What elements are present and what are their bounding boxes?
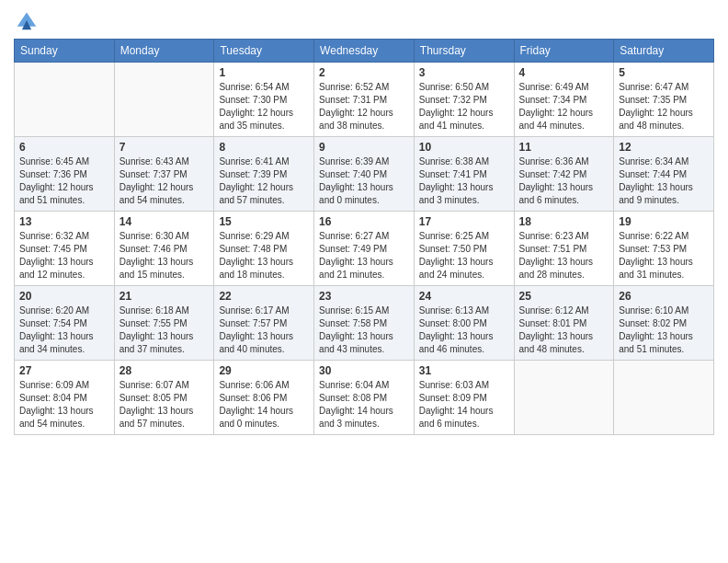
calendar-cell: 7Sunrise: 6:43 AM Sunset: 7:37 PM Daylig…: [114, 137, 214, 212]
day-number: 23: [319, 290, 409, 303]
calendar-cell: [614, 361, 714, 435]
calendar-cell: 14Sunrise: 6:30 AM Sunset: 7:46 PM Dayli…: [114, 212, 214, 286]
day-number: 29: [219, 364, 309, 377]
calendar-cell: [114, 63, 214, 137]
day-info: Sunrise: 6:17 AM Sunset: 7:57 PM Dayligh…: [219, 304, 309, 356]
day-info: Sunrise: 6:07 AM Sunset: 8:05 PM Dayligh…: [119, 379, 210, 431]
day-info: Sunrise: 6:43 AM Sunset: 7:37 PM Dayligh…: [119, 155, 210, 207]
day-number: 25: [519, 290, 609, 303]
day-info: Sunrise: 6:47 AM Sunset: 7:35 PM Dayligh…: [619, 81, 709, 132]
calendar-cell: 6Sunrise: 6:45 AM Sunset: 7:36 PM Daylig…: [15, 137, 115, 212]
day-info: Sunrise: 6:36 AM Sunset: 7:42 PM Dayligh…: [519, 155, 609, 207]
day-info: Sunrise: 6:23 AM Sunset: 7:51 PM Dayligh…: [519, 230, 609, 282]
day-info: Sunrise: 6:45 AM Sunset: 7:36 PM Dayligh…: [19, 155, 109, 207]
day-number: 24: [419, 290, 509, 303]
day-number: 14: [119, 215, 210, 228]
col-saturday: Saturday: [614, 40, 714, 63]
day-number: 20: [19, 290, 109, 303]
calendar-page: Sunday Monday Tuesday Wednesday Thursday…: [0, 0, 728, 563]
calendar-week-2: 6Sunrise: 6:45 AM Sunset: 7:36 PM Daylig…: [15, 137, 714, 212]
day-number: 13: [19, 215, 109, 228]
calendar-cell: 12Sunrise: 6:34 AM Sunset: 7:44 PM Dayli…: [614, 137, 714, 212]
calendar-cell: 10Sunrise: 6:38 AM Sunset: 7:41 PM Dayli…: [414, 137, 514, 212]
day-number: 28: [119, 364, 210, 377]
calendar-week-4: 20Sunrise: 6:20 AM Sunset: 7:54 PM Dayli…: [15, 286, 714, 361]
day-number: 30: [319, 364, 409, 377]
col-thursday: Thursday: [414, 40, 514, 63]
calendar-cell: 21Sunrise: 6:18 AM Sunset: 7:55 PM Dayli…: [114, 286, 214, 361]
logo-icon: [14, 9, 40, 31]
day-info: Sunrise: 6:30 AM Sunset: 7:46 PM Dayligh…: [119, 230, 210, 282]
day-info: Sunrise: 6:10 AM Sunset: 8:02 PM Dayligh…: [619, 304, 709, 356]
logo: [14, 9, 43, 31]
calendar-header: Sunday Monday Tuesday Wednesday Thursday…: [15, 40, 714, 63]
calendar-cell: 26Sunrise: 6:10 AM Sunset: 8:02 PM Dayli…: [614, 286, 714, 361]
day-info: Sunrise: 6:41 AM Sunset: 7:39 PM Dayligh…: [219, 155, 309, 207]
day-info: Sunrise: 6:09 AM Sunset: 8:04 PM Dayligh…: [19, 379, 109, 431]
calendar-cell: 8Sunrise: 6:41 AM Sunset: 7:39 PM Daylig…: [214, 137, 314, 212]
day-number: 9: [319, 141, 409, 154]
day-number: 3: [419, 66, 509, 79]
day-number: 21: [119, 290, 210, 303]
calendar-cell: 15Sunrise: 6:29 AM Sunset: 7:48 PM Dayli…: [214, 212, 314, 286]
col-wednesday: Wednesday: [314, 40, 415, 63]
day-number: 15: [219, 215, 309, 228]
day-number: 10: [419, 141, 509, 154]
day-info: Sunrise: 6:32 AM Sunset: 7:45 PM Dayligh…: [19, 230, 109, 282]
day-number: 12: [619, 141, 709, 154]
day-info: Sunrise: 6:13 AM Sunset: 8:00 PM Dayligh…: [419, 304, 509, 356]
calendar-week-1: 1Sunrise: 6:54 AM Sunset: 7:30 PM Daylig…: [15, 63, 714, 137]
day-info: Sunrise: 6:34 AM Sunset: 7:44 PM Dayligh…: [619, 155, 709, 207]
day-number: 5: [619, 66, 709, 79]
day-info: Sunrise: 6:29 AM Sunset: 7:48 PM Dayligh…: [219, 230, 309, 282]
calendar-cell: 28Sunrise: 6:07 AM Sunset: 8:05 PM Dayli…: [114, 361, 214, 435]
calendar-cell: 23Sunrise: 6:15 AM Sunset: 7:58 PM Dayli…: [314, 286, 415, 361]
calendar-cell: 2Sunrise: 6:52 AM Sunset: 7:31 PM Daylig…: [314, 63, 415, 137]
calendar-cell: 16Sunrise: 6:27 AM Sunset: 7:49 PM Dayli…: [314, 212, 415, 286]
day-number: 7: [119, 141, 210, 154]
page-header: [14, 9, 714, 31]
day-number: 27: [19, 364, 109, 377]
day-info: Sunrise: 6:50 AM Sunset: 7:32 PM Dayligh…: [419, 81, 509, 132]
day-number: 2: [319, 66, 409, 79]
day-number: 31: [419, 364, 509, 377]
calendar-cell: 11Sunrise: 6:36 AM Sunset: 7:42 PM Dayli…: [514, 137, 614, 212]
calendar-cell: 20Sunrise: 6:20 AM Sunset: 7:54 PM Dayli…: [15, 286, 115, 361]
day-info: Sunrise: 6:18 AM Sunset: 7:55 PM Dayligh…: [119, 304, 210, 356]
calendar-cell: 29Sunrise: 6:06 AM Sunset: 8:06 PM Dayli…: [214, 361, 314, 435]
calendar-cell: 24Sunrise: 6:13 AM Sunset: 8:00 PM Dayli…: [414, 286, 514, 361]
day-number: 6: [19, 141, 109, 154]
day-info: Sunrise: 6:49 AM Sunset: 7:34 PM Dayligh…: [519, 81, 609, 132]
day-info: Sunrise: 6:38 AM Sunset: 7:41 PM Dayligh…: [419, 155, 509, 207]
day-info: Sunrise: 6:12 AM Sunset: 8:01 PM Dayligh…: [519, 304, 609, 356]
calendar-cell: 27Sunrise: 6:09 AM Sunset: 8:04 PM Dayli…: [15, 361, 115, 435]
calendar-cell: 19Sunrise: 6:22 AM Sunset: 7:53 PM Dayli…: [614, 212, 714, 286]
day-number: 4: [519, 66, 609, 79]
calendar-cell: 5Sunrise: 6:47 AM Sunset: 7:35 PM Daylig…: [614, 63, 714, 137]
calendar-cell: 25Sunrise: 6:12 AM Sunset: 8:01 PM Dayli…: [514, 286, 614, 361]
day-info: Sunrise: 6:27 AM Sunset: 7:49 PM Dayligh…: [319, 230, 409, 282]
calendar-cell: 13Sunrise: 6:32 AM Sunset: 7:45 PM Dayli…: [15, 212, 115, 286]
day-info: Sunrise: 6:54 AM Sunset: 7:30 PM Dayligh…: [219, 81, 309, 132]
day-info: Sunrise: 6:20 AM Sunset: 7:54 PM Dayligh…: [19, 304, 109, 356]
calendar-cell: 9Sunrise: 6:39 AM Sunset: 7:40 PM Daylig…: [314, 137, 415, 212]
calendar-cell: 30Sunrise: 6:04 AM Sunset: 8:08 PM Dayli…: [314, 361, 415, 435]
calendar-cell: [514, 361, 614, 435]
calendar-cell: 22Sunrise: 6:17 AM Sunset: 7:57 PM Dayli…: [214, 286, 314, 361]
day-number: 16: [319, 215, 409, 228]
col-sunday: Sunday: [15, 40, 115, 63]
calendar-cell: 31Sunrise: 6:03 AM Sunset: 8:09 PM Dayli…: [414, 361, 514, 435]
day-info: Sunrise: 6:06 AM Sunset: 8:06 PM Dayligh…: [219, 379, 309, 431]
day-info: Sunrise: 6:52 AM Sunset: 7:31 PM Dayligh…: [319, 81, 409, 132]
calendar-week-5: 27Sunrise: 6:09 AM Sunset: 8:04 PM Dayli…: [15, 361, 714, 435]
day-info: Sunrise: 6:22 AM Sunset: 7:53 PM Dayligh…: [619, 230, 709, 282]
day-number: 26: [619, 290, 709, 303]
day-number: 1: [219, 66, 309, 79]
calendar-cell: 18Sunrise: 6:23 AM Sunset: 7:51 PM Dayli…: [514, 212, 614, 286]
day-info: Sunrise: 6:03 AM Sunset: 8:09 PM Dayligh…: [419, 379, 509, 431]
calendar-body: 1Sunrise: 6:54 AM Sunset: 7:30 PM Daylig…: [15, 63, 714, 435]
day-info: Sunrise: 6:15 AM Sunset: 7:58 PM Dayligh…: [319, 304, 409, 356]
calendar-cell: 4Sunrise: 6:49 AM Sunset: 7:34 PM Daylig…: [514, 63, 614, 137]
calendar-cell: 3Sunrise: 6:50 AM Sunset: 7:32 PM Daylig…: [414, 63, 514, 137]
col-tuesday: Tuesday: [214, 40, 314, 63]
